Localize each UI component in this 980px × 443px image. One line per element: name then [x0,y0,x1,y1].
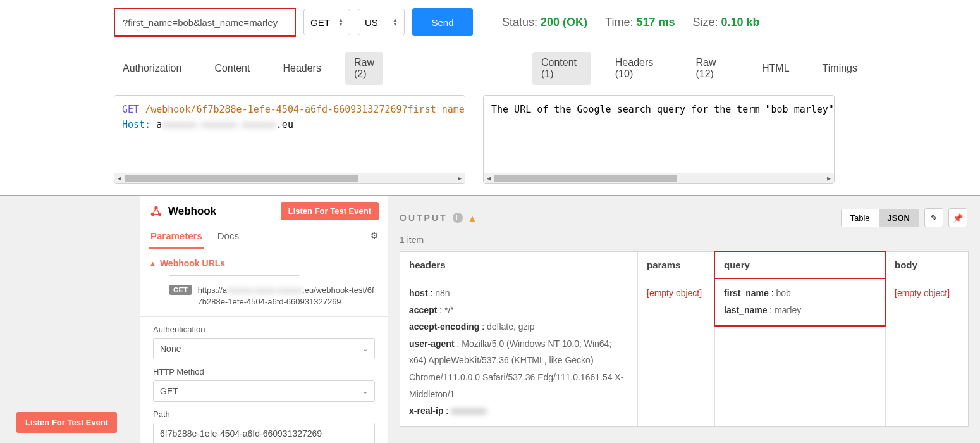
webhook-urls-heading[interactable]: ▲ Webhook URLs [140,249,388,275]
sort-icon: ▲▼ [338,18,343,27]
raw-host-label: Host: [122,119,150,130]
status-label: Status: [502,16,537,28]
send-button[interactable]: Send [412,8,473,36]
tab-response-content[interactable]: Content (1) [532,52,591,85]
params-cell: [empty object] [638,278,715,426]
query-cell: first_name : bob last_name : marley [715,278,886,426]
method-label: HTTP Method [153,367,375,377]
production-url-toggle[interactable]: Production URL [223,275,299,276]
scrollbar[interactable]: ◀▶ [484,173,834,183]
time-value: 517 ms [636,16,675,28]
region-select[interactable]: US ▲▼ [358,9,405,35]
raw-request-panel: GET /webhook/6f7b288e-1efe-4504-a6fd-660… [114,95,465,184]
tab-docs[interactable]: Docs [216,224,240,249]
time-label: Time: [605,16,633,28]
webhook-title: Webhook [168,205,216,218]
info-icon[interactable]: i [453,213,463,223]
tab-content[interactable]: Content [205,58,259,79]
method-field-select[interactable]: GET ⌄ [153,380,375,402]
tab-authorization[interactable]: Authorization [114,58,190,79]
method-badge: GET [169,285,192,295]
table-view-toggle[interactable]: Table [842,209,879,227]
region-value: US [365,17,378,28]
gear-icon[interactable]: ⚙ [371,230,379,240]
status-value: 200 (OK) [541,16,587,28]
response-text: The URL of the Google search query for t… [491,102,826,117]
col-params: params [638,252,715,278]
listen-button-float[interactable]: Listen For Test Event [16,412,117,433]
output-title: OUTPUT [400,213,448,223]
body-cell: [empty object] [886,278,968,426]
tab-response-html[interactable]: HTML [753,58,799,79]
chevron-down-icon: ⌄ [362,345,368,353]
sort-icon: ▲▼ [393,18,398,27]
auth-label: Authentication [153,325,375,334]
path-label: Path [153,409,375,419]
tab-raw[interactable]: Raw (2) [345,52,383,85]
raw-method: GET [122,104,139,115]
chevron-down-icon: ⌄ [362,387,368,396]
size-label: Size: [693,16,718,28]
tab-headers[interactable]: Headers [274,58,329,79]
test-url-toggle[interactable]: Test URL [170,275,223,276]
webhook-icon [149,204,163,218]
edit-icon[interactable]: ✎ [924,208,943,227]
tab-response-raw[interactable]: Raw (12) [687,52,738,85]
tab-response-timings[interactable]: Timings [814,58,866,79]
response-body-panel: The URL of the Google search query for t… [483,95,835,184]
size-value: 0.10 kb [721,16,760,28]
scrollbar[interactable]: ◀▶ [114,173,465,183]
col-body: body [886,252,968,278]
col-query: query [715,252,886,278]
json-view-toggle[interactable]: JSON [879,209,919,227]
warning-icon[interactable]: ▲ [468,213,479,223]
path-input[interactable] [153,423,375,443]
auth-select[interactable]: None ⌄ [153,338,375,359]
tab-parameters[interactable]: Parameters [149,224,204,249]
raw-path: /webhook/6f7b288e-1efe-4504-a6fd-6609313… [145,104,465,115]
item-count: 1 item [400,232,980,251]
tab-response-headers[interactable]: Headers (10) [606,52,672,85]
chevron-up-icon: ▲ [149,259,156,267]
method-select[interactable]: GET ▲▼ [303,9,350,35]
listen-button[interactable]: Listen For Test Event [281,202,379,220]
url-input[interactable] [116,10,293,34]
pin-icon[interactable]: 📌 [948,208,967,227]
headers-cell: host : n8n accept : */* accept-encoding … [400,278,638,426]
col-headers: headers [400,252,638,278]
method-value: GET [310,17,330,28]
output-table: headers params query body host : n8n acc… [400,251,969,427]
webhook-url[interactable]: https://axxxxxx-xxxxx-xxxxxx.eu/webhook-… [198,285,375,308]
